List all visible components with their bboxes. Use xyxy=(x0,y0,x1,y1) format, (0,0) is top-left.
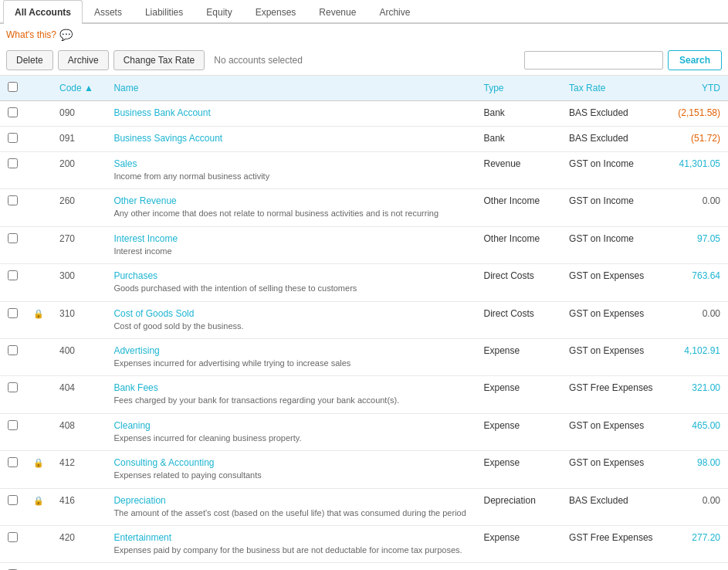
account-tax-rate: GST on Expenses xyxy=(561,301,670,338)
no-accounts-selected: No accounts selected xyxy=(214,55,303,66)
change-tax-rate-button[interactable]: Change Tax Rate xyxy=(113,50,205,70)
account-type: Direct Costs xyxy=(476,264,561,301)
row-checkbox[interactable] xyxy=(8,158,18,168)
account-tax-rate: GST Free Expenses xyxy=(561,376,670,413)
account-name-link[interactable]: Cost of Goods Sold xyxy=(113,308,468,319)
account-name-cell: Business Savings Account xyxy=(106,127,476,152)
row-checkbox[interactable] xyxy=(8,495,18,505)
tab-expenses[interactable]: Expenses xyxy=(244,0,308,24)
account-ytd: 98.00 xyxy=(670,451,728,488)
tab-assets[interactable]: Assets xyxy=(83,0,134,24)
account-name-cell: DepreciationThe amount of the asset's co… xyxy=(106,488,476,525)
account-code: 400 xyxy=(52,338,106,375)
row-checkbox-cell[interactable] xyxy=(0,376,25,413)
lock-icon: 🔒 xyxy=(33,496,44,505)
search-input[interactable] xyxy=(524,51,663,70)
account-name-link[interactable]: Purchases xyxy=(113,270,468,281)
account-name-link[interactable]: Depreciation xyxy=(113,495,468,506)
row-checkbox[interactable] xyxy=(8,420,18,430)
account-name-link[interactable]: Advertising xyxy=(113,345,468,356)
account-name-link[interactable]: Other Revenue xyxy=(113,195,468,206)
tab-equity[interactable]: Equity xyxy=(195,0,243,24)
lock-icon: 🔒 xyxy=(33,309,44,318)
account-description: Any other income that does not relate to… xyxy=(113,208,468,219)
account-description: Fees charged by your bank for transactio… xyxy=(113,395,468,406)
account-ytd: 4,102.91 xyxy=(670,338,728,375)
whats-this-section: What's this? 💬 xyxy=(0,24,728,46)
account-ytd: 763.64 xyxy=(670,264,728,301)
row-checkbox-cell[interactable] xyxy=(0,152,25,189)
select-all-header[interactable] xyxy=(0,76,25,101)
row-checkbox-cell[interactable] xyxy=(0,451,25,488)
account-name-link[interactable]: Business Bank Account xyxy=(113,107,468,118)
account-name-link[interactable]: Cleaning xyxy=(113,420,468,431)
account-tax-rate: BAS Excluded xyxy=(561,101,670,127)
help-icon[interactable]: 💬 xyxy=(59,29,73,41)
account-name-link[interactable]: Interest Income xyxy=(113,233,468,244)
row-checkbox[interactable] xyxy=(8,308,18,318)
row-checkbox-cell[interactable] xyxy=(0,189,25,226)
table-row: 🔒416DepreciationThe amount of the asset'… xyxy=(0,488,728,525)
row-checkbox[interactable] xyxy=(8,270,18,280)
taxrate-column-header: Tax Rate xyxy=(561,76,670,101)
account-tax-rate: GST Free Expenses xyxy=(561,525,670,562)
table-row: 300PurchasesGoods purchased with the int… xyxy=(0,264,728,301)
account-name-link[interactable]: Sales xyxy=(113,158,468,169)
account-code: 310 xyxy=(52,301,106,338)
account-name-cell: SalesIncome from any normal business act… xyxy=(106,152,476,189)
delete-button[interactable]: Delete xyxy=(6,50,53,70)
table-row: 404Bank FeesFees charged by your bank fo… xyxy=(0,376,728,413)
table-row: 425Freight & CourierExpenses incurred on… xyxy=(0,563,728,570)
archive-button[interactable]: Archive xyxy=(58,50,109,70)
tab-all-accounts[interactable]: All Accounts xyxy=(3,0,83,24)
account-name-link[interactable]: Bank Fees xyxy=(113,382,468,393)
table-row: 420EntertainmentExpenses paid by company… xyxy=(0,525,728,562)
row-checkbox-cell[interactable] xyxy=(0,127,25,152)
row-checkbox-cell[interactable] xyxy=(0,488,25,525)
account-code: 270 xyxy=(52,226,106,263)
tab-revenue[interactable]: Revenue xyxy=(307,0,367,24)
account-description: The amount of the asset's cost (based on… xyxy=(113,507,468,519)
account-name-cell: PurchasesGoods purchased with the intent… xyxy=(106,264,476,301)
row-checkbox-cell[interactable] xyxy=(0,413,25,450)
type-column-header: Type xyxy=(476,76,561,101)
account-name-cell: Consulting & AccountingExpenses related … xyxy=(106,451,476,488)
row-checkbox[interactable] xyxy=(8,107,18,117)
lock-icon-cell xyxy=(25,189,52,226)
tab-archive[interactable]: Archive xyxy=(367,0,422,24)
account-description: Expenses incurred for advertising while … xyxy=(113,358,468,369)
row-checkbox-cell[interactable] xyxy=(0,226,25,263)
row-checkbox-cell[interactable] xyxy=(0,301,25,338)
account-tax-rate: GST on Expenses xyxy=(561,264,670,301)
account-code: 420 xyxy=(52,525,106,562)
row-checkbox[interactable] xyxy=(8,532,18,542)
account-description: Income from any normal business activity xyxy=(113,171,468,182)
tab-liabilities[interactable]: Liabilities xyxy=(134,0,195,24)
account-type: Expense xyxy=(476,525,561,562)
account-name-link[interactable]: Entertainment xyxy=(113,532,468,543)
accounts-table: Code ▲ Name Type Tax Rate YTD 090Busines… xyxy=(0,76,728,570)
row-checkbox[interactable] xyxy=(8,345,18,355)
row-checkbox[interactable] xyxy=(8,195,18,205)
row-checkbox-cell[interactable] xyxy=(0,264,25,301)
account-ytd: 0.00 xyxy=(670,189,728,226)
account-name-link[interactable]: Consulting & Accounting xyxy=(113,457,468,468)
account-ytd: 277.20 xyxy=(670,525,728,562)
row-checkbox[interactable] xyxy=(8,233,18,243)
code-column-header[interactable]: Code ▲ xyxy=(52,76,106,101)
account-name-link[interactable]: Business Savings Account xyxy=(113,133,468,144)
row-checkbox-cell[interactable] xyxy=(0,338,25,375)
row-checkbox[interactable] xyxy=(8,382,18,392)
name-column-header: Name xyxy=(106,76,476,101)
search-button[interactable]: Search xyxy=(668,50,722,70)
lock-icon: 🔒 xyxy=(33,458,44,467)
row-checkbox-cell[interactable] xyxy=(0,563,25,570)
row-checkbox[interactable] xyxy=(8,133,18,143)
whats-this-link[interactable]: What's this? xyxy=(6,29,56,40)
row-checkbox-cell[interactable] xyxy=(0,525,25,562)
account-tax-rate: GST on Income xyxy=(561,152,670,189)
account-name-cell: Freight & CourierExpenses incurred on co… xyxy=(106,563,476,570)
row-checkbox-cell[interactable] xyxy=(0,101,25,127)
select-all-checkbox[interactable] xyxy=(8,82,18,92)
row-checkbox[interactable] xyxy=(8,457,18,467)
